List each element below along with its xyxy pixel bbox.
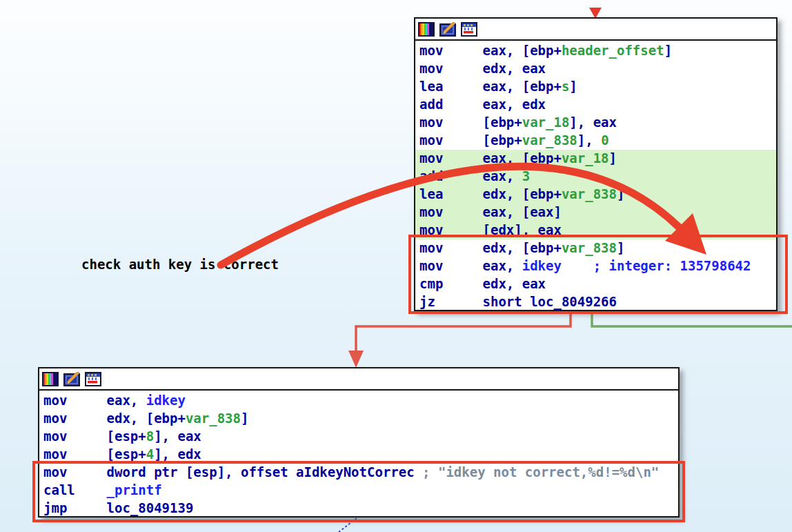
edit-node-icon[interactable] <box>439 22 456 37</box>
asm-segment: mov edx, eax <box>419 61 546 76</box>
asm-segment: var_18 <box>522 115 570 130</box>
asm-segment: ] <box>617 186 624 201</box>
asm-line[interactable]: jmp loc_8049139 <box>43 500 678 518</box>
asm-segment: ; integer: 135798642 <box>593 258 751 273</box>
group-nodes-icon[interactable] <box>461 22 477 37</box>
asm-segment: mov [edx], eax <box>419 222 562 237</box>
asm-segment: idkey <box>146 393 186 408</box>
asm-segment: call <box>43 482 107 497</box>
asm-segment: _printf <box>107 482 162 497</box>
asm-segment: idkey <box>522 258 562 273</box>
asm-segment: ] <box>241 411 248 426</box>
asm-segment: var_18 <box>562 150 609 166</box>
asm-line[interactable]: mov [edx], eax <box>415 221 776 239</box>
node-color-icon[interactable] <box>418 22 435 37</box>
asm-segment: ], <box>577 132 601 148</box>
asm-segment: header_offset <box>562 43 664 58</box>
asm-line[interactable]: cmp edx, eax <box>419 275 776 293</box>
asm-segment: lea edx, [ebp+ <box>419 186 562 201</box>
asm-segment: lea eax, [ebp+ <box>419 79 562 94</box>
asm-line[interactable]: mov eax, idkey <box>43 392 678 410</box>
asm-line[interactable]: mov eax, [ebp+var_18] <box>415 150 776 168</box>
asm-segment: "idkey not correct,%d!=%d\n" <box>438 464 659 480</box>
asm-segment: 0 <box>601 132 608 148</box>
asm-segment: ], eax <box>569 115 617 130</box>
asm-segment: ], eax <box>154 428 201 444</box>
asm-line[interactable]: mov eax, [eax] <box>415 204 776 221</box>
asm-line[interactable]: mov eax, [ebp+header_offset] <box>419 42 776 60</box>
asm-segment: mov eax, <box>43 393 146 408</box>
asm-segment: 3 <box>522 168 530 184</box>
asm-segment: ] <box>617 240 624 255</box>
asm-segment: mov eax, <box>419 258 522 273</box>
asm-segment: mov [ebp+ <box>419 132 522 148</box>
asm-segment: mov [esp+ <box>43 428 146 444</box>
asm-segment: ] <box>664 43 672 58</box>
asm-segment: mov eax, [eax] <box>419 204 562 219</box>
asm-segment: mov [esp+ <box>43 446 146 462</box>
asm-line[interactable]: mov [esp+4], edx <box>43 446 678 464</box>
asm-segment: mov dword ptr [esp], offset aIdkeyNotCor… <box>43 464 422 480</box>
asm-line[interactable]: jz short loc_8049266 <box>419 293 776 311</box>
asm-segment: add eax, edx <box>419 97 546 112</box>
asm-segment: mov edx, [ebp+ <box>43 411 186 426</box>
edit-node-icon[interactable] <box>63 372 80 386</box>
jump-edge <box>339 518 357 532</box>
asm-segment: jz short loc_8049266 <box>419 294 617 309</box>
group-nodes-icon[interactable] <box>85 372 101 386</box>
false-branch-edge <box>356 310 571 364</box>
asm-segment: mov [ebp+ <box>419 115 522 130</box>
asm-segment: 8 <box>146 428 154 444</box>
asm-line[interactable]: mov edx, eax <box>419 60 776 78</box>
asm-segment: s <box>562 79 569 94</box>
asm-segment: mov edx, [ebp+ <box>419 240 562 255</box>
asm-line[interactable]: add eax, edx <box>419 96 776 114</box>
asm-segment <box>562 258 593 273</box>
asm-segment: ; <box>422 464 438 480</box>
true-branch-edge <box>592 310 792 326</box>
asm-segment: ] <box>609 150 617 166</box>
ida-graph-view: mov eax, [ebp+header_offset]mov edx, eax… <box>0 0 792 532</box>
asm-segment: var_838 <box>522 132 577 148</box>
node-color-icon[interactable] <box>42 372 59 386</box>
asm-line[interactable]: call _printf <box>43 482 678 500</box>
asm-segment: 4 <box>146 446 154 462</box>
asm-code-area: mov eax, idkeymov edx, [ebp+var_838]mov … <box>39 391 678 518</box>
asm-line[interactable]: mov [ebp+var_838], 0 <box>419 132 776 150</box>
node-title-bar[interactable] <box>415 19 776 41</box>
asm-line[interactable]: lea eax, [ebp+s] <box>419 78 776 96</box>
false-branch-arrowhead <box>348 351 364 368</box>
asm-line[interactable]: add eax, 3 <box>415 168 776 186</box>
asm-line[interactable]: mov [ebp+var_18], eax <box>419 114 776 132</box>
asm-line[interactable]: mov [esp+8], eax <box>43 428 678 446</box>
basic-block-printf-error[interactable]: mov eax, idkeymov edx, [ebp+var_838]mov … <box>38 367 680 518</box>
asm-segment: var_838 <box>186 411 241 426</box>
basic-block-auth-check[interactable]: mov eax, [ebp+header_offset]mov edx, eax… <box>414 17 778 311</box>
asm-line[interactable]: lea edx, [ebp+var_838] <box>415 186 776 204</box>
asm-segment: cmp edx, eax <box>419 276 546 291</box>
asm-segment: mov eax, [ebp+ <box>419 43 562 58</box>
asm-line[interactable]: mov dword ptr [esp], offset aIdkeyNotCor… <box>43 464 678 482</box>
asm-code-area: mov eax, [ebp+header_offset]mov edx, eax… <box>415 41 776 311</box>
asm-line[interactable]: mov edx, [ebp+var_838] <box>43 410 678 428</box>
asm-segment: var_838 <box>562 240 617 255</box>
asm-segment: var_838 <box>562 186 617 201</box>
asm-segment: jmp loc_8049139 <box>43 500 193 515</box>
asm-line[interactable]: mov eax, idkey ; integer: 135798642 <box>419 257 776 275</box>
asm-line[interactable]: mov edx, [ebp+var_838] <box>419 239 776 257</box>
asm-segment: add eax, <box>419 168 522 184</box>
asm-segment: mov eax, [ebp+ <box>419 150 562 166</box>
asm-segment: ], edx <box>154 446 201 462</box>
node-title-bar[interactable] <box>39 368 678 391</box>
asm-segment: ] <box>569 79 577 94</box>
annotation-label: check auth key is correct <box>81 257 279 272</box>
